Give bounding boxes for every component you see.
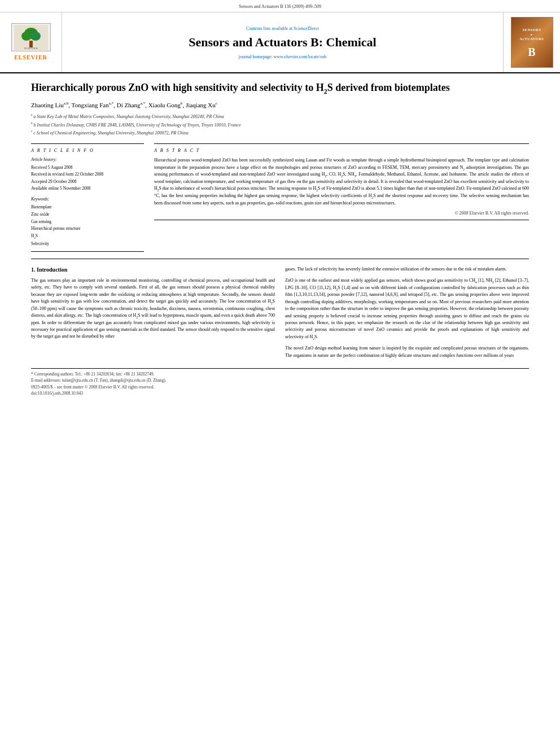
section-divider bbox=[31, 259, 529, 259]
available-date: Available online 5 November 2008 bbox=[31, 186, 144, 192]
intro-para-4: The novel ZnO design method learning fro… bbox=[285, 345, 529, 359]
intro-para-1: The gas sensors play an important role i… bbox=[31, 277, 275, 340]
sensors-actuators-logo: SENSORS ► AcTUATORS B bbox=[511, 17, 553, 68]
sciencedirect-link[interactable]: ScienceDirect bbox=[294, 26, 319, 31]
journal-title: Sensors and Actuators B: Chemical bbox=[189, 34, 376, 51]
article-info-title: A R T I C L E I N F O bbox=[31, 147, 144, 154]
abstract-column: A B S T R A C T Hierarchical porous wood… bbox=[154, 143, 529, 252]
revised-date: Received in revised form 22 October 2008 bbox=[31, 172, 144, 178]
intro-para-2: gases. The lack of selectivity has sever… bbox=[285, 266, 529, 273]
keywords-title: Keywords: bbox=[31, 196, 144, 203]
homepage-link[interactable]: www.elsevier.com/locate/snb bbox=[274, 54, 327, 59]
article-info-box: A R T I C L E I N F O Article history: R… bbox=[31, 143, 144, 252]
footer-email-note: E-mail addresses: tufan@sjtu.edu.cn (T. … bbox=[31, 377, 529, 383]
article-info-column: A R T I C L E I N F O Article history: R… bbox=[31, 143, 144, 252]
elsevier-tree-image: ELSEVIER bbox=[11, 23, 51, 51]
authors-line: Zhaoting Liua,b, Tongxiang Fana,*, Di Zh… bbox=[31, 101, 529, 110]
svg-point-2 bbox=[21, 32, 32, 41]
footer-star-note: * Corresponding authors. Tel.: +86 21 34… bbox=[31, 371, 529, 377]
abstract-box: A B S T R A C T Hierarchical porous wood… bbox=[154, 143, 529, 220]
copyright-notice: © 2008 Elsevier B.V. All rights reserved… bbox=[154, 210, 529, 216]
svg-point-3 bbox=[30, 32, 41, 41]
elsevier-logo: ELSEVIER ELSEVIER bbox=[11, 23, 51, 62]
corresponding-author-note: * Corresponding authors. Tel.: +86 21 34… bbox=[31, 372, 154, 377]
footer-doi: doi:10.1016/j.snb.2008.10.043 bbox=[31, 390, 529, 396]
elsevier-text: ELSEVIER bbox=[14, 54, 47, 62]
received-date: Received 5 August 2008 bbox=[31, 165, 144, 171]
keyword-4: Hierarchical porous structure bbox=[31, 225, 144, 233]
journal-homepage: journal homepage: www.elsevier.com/locat… bbox=[239, 54, 326, 60]
info-abstract-section: A R T I C L E I N F O Article history: R… bbox=[31, 143, 529, 252]
article-history: Article history: Received 5 August 2008 … bbox=[31, 157, 144, 192]
main-content: Hierarchically porous ZnO with high sens… bbox=[0, 73, 560, 402]
sensors-logo-b: B bbox=[528, 44, 535, 60]
journal-citation: Sensors and Actuators B 136 (2009) 499–5… bbox=[239, 4, 321, 9]
affil-a: a a State Key Lab of Metal Matrix Compos… bbox=[31, 113, 529, 120]
footer-issn: 0925-4005/$ – see front matter © 2008 El… bbox=[31, 384, 529, 390]
article-title: Hierarchically porous ZnO with high sens… bbox=[31, 81, 529, 96]
affil-b: b b Institut Charles Delaunay, CNRS FRE … bbox=[31, 121, 529, 129]
footer-section: * Corresponding authors. Tel.: +86 21 34… bbox=[31, 368, 529, 396]
svg-text:ELSEVIER: ELSEVIER bbox=[24, 47, 38, 50]
elsevier-branding: ELSEVIER ELSEVIER bbox=[0, 12, 62, 72]
sensors-logo-text: SENSORS ► AcTUATORS bbox=[518, 25, 546, 44]
keyword-6: Selectivity bbox=[31, 241, 144, 248]
intro-heading: 1. Introduction bbox=[31, 266, 275, 274]
body-right-col: gases. The lack of selectivity has sever… bbox=[285, 266, 529, 364]
body-content: 1. Introduction The gas sensors play an … bbox=[31, 266, 529, 364]
body-left-col: 1. Introduction The gas sensors play an … bbox=[31, 266, 275, 364]
keyword-3: Gas sensing bbox=[31, 219, 144, 226]
history-title: Article history: bbox=[31, 157, 144, 163]
page: Sensors and Actuators B 136 (2009) 499–5… bbox=[0, 0, 560, 747]
affil-c: c c School of Chemical Engineering, Shan… bbox=[31, 129, 529, 137]
accepted-date: Accepted 29 October 2008 bbox=[31, 179, 144, 185]
keyword-5: H2S bbox=[31, 233, 144, 241]
affiliations: a a State Key Lab of Metal Matrix Compos… bbox=[31, 113, 529, 137]
keywords-list: Biotemplate Zinc oxide Gas sensing Hiera… bbox=[31, 204, 144, 248]
abstract-text: Hierarchical porous wood-templated ZnO h… bbox=[154, 157, 529, 207]
journal-header: ELSEVIER ELSEVIER Contents lists availab… bbox=[0, 12, 560, 73]
keyword-2: Zinc oxide bbox=[31, 211, 144, 219]
sciencedirect-label: Contents lists available at ScienceDirec… bbox=[246, 25, 319, 32]
journal-center: Contents lists available at ScienceDirec… bbox=[62, 12, 504, 72]
intro-para-3: ZnO is one of the earliest and most wide… bbox=[285, 277, 529, 340]
sensors-logo-container: SENSORS ► AcTUATORS B bbox=[504, 12, 560, 72]
abstract-title: A B S T R A C T bbox=[154, 147, 529, 154]
keyword-1: Biotemplate bbox=[31, 204, 144, 211]
top-bar: Sensors and Actuators B 136 (2009) 499–5… bbox=[0, 0, 560, 12]
